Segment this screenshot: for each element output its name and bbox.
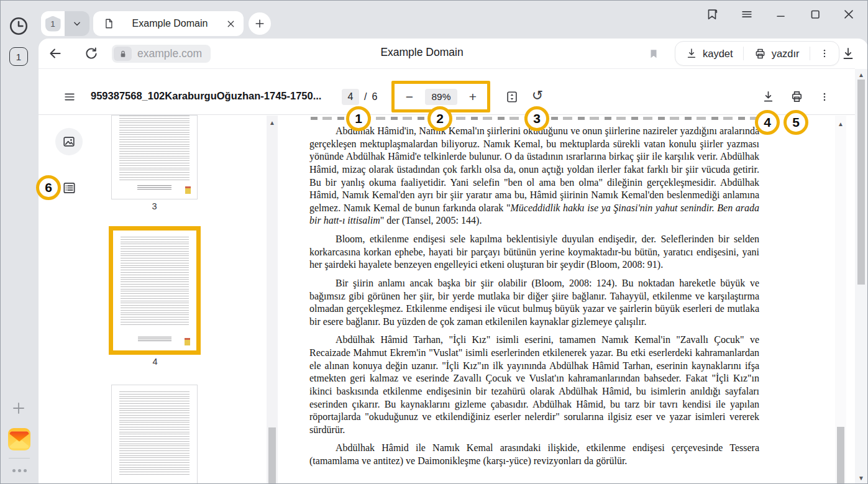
- scroll-up-icon[interactable]: ▲: [855, 71, 867, 78]
- thumbnail-label-4: 4: [112, 357, 198, 367]
- annotation-callout-1: 1: [346, 106, 371, 131]
- bookmarks-flag-icon[interactable]: [705, 7, 720, 22]
- current-page-input[interactable]: 4: [342, 89, 359, 105]
- browser-menu-button[interactable]: [739, 7, 754, 22]
- tab-example-domain[interactable]: Example Domain: [93, 11, 244, 36]
- thumbnail-stamp: [185, 186, 191, 194]
- page-actions-more-button[interactable]: [810, 42, 839, 65]
- clock-icon: [8, 16, 29, 37]
- thumbnail-stamp: [185, 338, 190, 345]
- thumbnail-footer: [138, 337, 171, 342]
- scrollbar-thumb[interactable]: [268, 427, 276, 484]
- mail-app-icon[interactable]: [8, 428, 30, 450]
- download-icon: [841, 46, 856, 61]
- save-button[interactable]: kaydet: [675, 42, 743, 65]
- rail-add-button[interactable]: [11, 401, 26, 416]
- page-actions-pill: kaydet yazdır: [675, 41, 839, 66]
- rail-divider: [9, 458, 30, 459]
- image-icon: [62, 135, 76, 148]
- thumbnail-label-3: 3: [112, 201, 197, 211]
- browser-window: 1 1: [0, 0, 868, 484]
- annotation-callout-3: 3: [524, 106, 549, 131]
- window-minimize-button[interactable]: [774, 7, 788, 22]
- text-run: Abdülhak Hâmid Tarhan, "İçli Kız" isimli…: [309, 334, 759, 434]
- window-maximize-button[interactable]: [808, 7, 823, 22]
- zoom-controls: − 89% +: [401, 89, 481, 105]
- tab-group-badge: 1: [45, 16, 61, 32]
- chevron-down-icon: [71, 17, 83, 30]
- hamburger-icon: [740, 7, 754, 21]
- thumbnails-scrollbar[interactable]: ▲: [267, 116, 278, 484]
- thumbnail-page-5[interactable]: [112, 385, 197, 484]
- tab-group-pill[interactable]: 1: [41, 11, 65, 36]
- thumbnail-page-4-selected[interactable]: [109, 226, 201, 355]
- fit-to-page-button[interactable]: [505, 90, 519, 104]
- address-bar[interactable]: example.com: [112, 45, 211, 63]
- rail-workspace-badge[interactable]: 1: [9, 47, 28, 66]
- pdf-download-button[interactable]: [761, 89, 776, 104]
- kebab-icon: [819, 48, 830, 59]
- new-tab-button[interactable]: [249, 12, 271, 35]
- thumbnails-view-button[interactable]: [55, 128, 83, 155]
- paragraph: Abdülhak Hâmid ile Namık Kemal arasındak…: [309, 442, 759, 467]
- plus-icon: [254, 17, 266, 30]
- reload-button[interactable]: [83, 45, 99, 62]
- thumbnail-page-3[interactable]: [112, 116, 197, 199]
- pdf-more-button[interactable]: [818, 89, 831, 104]
- text-run: Abdülhak Hâmid ile Namık Kemal arasındak…: [309, 442, 759, 466]
- scroll-up-icon[interactable]: ▲: [835, 121, 846, 127]
- document-text: Abdülhak Hâmid'in, Namık Kemal'ın şiirle…: [309, 117, 759, 473]
- history-clock-button[interactable]: [7, 15, 30, 37]
- list-icon: [62, 181, 76, 195]
- printer-icon: [754, 47, 767, 60]
- scroll-down-icon[interactable]: ▼: [855, 475, 867, 482]
- window-close-button[interactable]: [841, 7, 856, 22]
- plus-icon: [11, 401, 26, 416]
- text-run: Bir şiirin anlamı ancak başka bir şiir o…: [309, 278, 759, 327]
- document-icon: [103, 17, 114, 30]
- paragraph: Abdülhak Hâmid Tarhan, "İçli Kız" isimli…: [309, 334, 759, 436]
- scroll-up-icon[interactable]: ▲: [267, 119, 278, 126]
- bookmark-icon[interactable]: [646, 46, 661, 61]
- text-run: Abdülhak Hâmid'in, Namık Kemal'ın şiirle…: [309, 126, 759, 213]
- paragraph: Bloom, etkilenme endişesi sele kapılma b…: [309, 233, 759, 272]
- annotation-callout-4: 4: [755, 110, 780, 135]
- printer-icon: [790, 89, 804, 104]
- page-separator: /: [364, 91, 367, 103]
- print-button-label: yazdır: [772, 48, 800, 60]
- zoom-in-button[interactable]: +: [465, 89, 481, 105]
- thumbnail-content: [121, 237, 189, 326]
- rail-overflow-button[interactable]: [11, 468, 28, 473]
- kebab-icon: [819, 91, 830, 103]
- outline-view-button[interactable]: [62, 181, 76, 195]
- pdf-scrollbar[interactable]: ▲: [835, 116, 846, 484]
- download-icon: [685, 47, 698, 60]
- paragraph: Abdülhak Hâmid'in, Namık Kemal'ın şiirle…: [309, 125, 759, 227]
- annotation-callout-5: 5: [783, 110, 808, 135]
- download-icon: [761, 89, 775, 104]
- total-pages: 6: [372, 91, 377, 103]
- annotation-callout-6: 6: [36, 175, 61, 200]
- paragraph: Bir şiirin anlamı ancak başka bir şiir o…: [309, 277, 759, 329]
- zoom-out-button[interactable]: −: [401, 89, 418, 105]
- scrollbar-thumb[interactable]: [837, 427, 844, 484]
- rotate-button[interactable]: ↺: [529, 88, 546, 104]
- thumbnail-content: [119, 116, 190, 181]
- annotation-callout-2: 2: [427, 106, 452, 131]
- browser-scrollbar[interactable]: ▲ ▼: [855, 69, 867, 484]
- tab-group-expand-button[interactable]: [65, 11, 89, 36]
- url-text: example.com: [137, 47, 202, 60]
- print-button[interactable]: yazdır: [744, 42, 810, 65]
- back-button[interactable]: [47, 45, 63, 62]
- hamburger-icon: [63, 90, 76, 104]
- downloads-button[interactable]: [840, 45, 856, 62]
- pdf-print-button[interactable]: [789, 89, 805, 104]
- zoom-level[interactable]: 89%: [425, 89, 457, 105]
- pdf-sidebar-toggle-button[interactable]: [62, 89, 77, 104]
- scrollbar-thumb[interactable]: [857, 80, 865, 285]
- page-number-controls: 4 / 6: [342, 89, 377, 105]
- tab-title: Example Domain: [121, 18, 219, 29]
- thumbnail-content: [119, 391, 190, 475]
- tab-close-button[interactable]: [226, 19, 236, 29]
- pdf-filename: 959387568_102KaraburguOğuzhan-1745-1750.…: [91, 90, 321, 102]
